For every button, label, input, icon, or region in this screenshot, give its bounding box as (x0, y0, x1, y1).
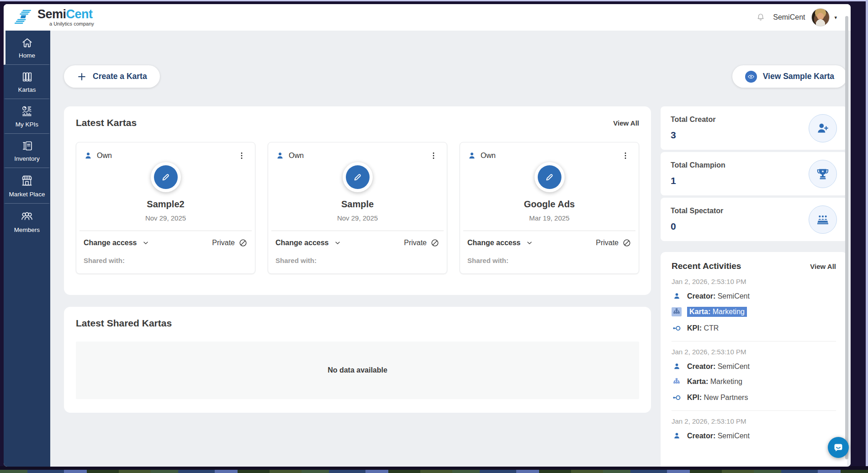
app-window: SemiCent a Unilytics company SemiCent ▾ (4, 4, 851, 467)
karta-card-google-ads[interactable]: Own (460, 142, 639, 274)
divider (672, 341, 836, 342)
chevron-down-icon (334, 239, 341, 247)
kpis-icon (6, 105, 48, 118)
latest-shared-kartas-panel: Latest Shared Kartas No data available (64, 307, 651, 413)
desktop-edge-top (0, 0, 868, 1)
stat-card-total-creator: Total Creator 3 (661, 106, 847, 150)
creator-value: SemiCent (718, 432, 750, 440)
sidebar-label-my-kpis: My KPIs (6, 121, 48, 128)
karta-value: Marketing (713, 308, 745, 315)
karta-label: Karta: (689, 308, 710, 315)
members-icon (6, 210, 48, 223)
notifications-bell-icon[interactable] (755, 11, 767, 23)
header-right-cluster: SemiCent ▾ (755, 8, 837, 26)
activity-creator-row: Creator: SemiCent (672, 362, 836, 371)
desktop-edge-right (866, 0, 868, 473)
activity-timestamp: Jan 2, 2026, 2:53:10 PM (672, 417, 836, 425)
sidebar-item-home[interactable]: Home (4, 31, 50, 65)
activity-creator-row: Creator: SemiCent (672, 431, 836, 440)
sidebar-item-inventory[interactable]: Inventory (4, 134, 50, 168)
edit-badge[interactable] (343, 162, 373, 192)
toolbar: Create a Karta View Sample Karta (64, 65, 847, 88)
kpi-value: New Partners (704, 394, 748, 401)
stat-card-total-champion: Total Champion 1 (661, 152, 847, 195)
chevron-down-icon (142, 239, 149, 247)
karta-value: Marketing (710, 378, 742, 385)
person-icon (672, 362, 682, 371)
karta-title: Sample (275, 199, 439, 210)
user-avatar[interactable] (811, 8, 830, 26)
chat-launcher-button[interactable] (828, 437, 849, 458)
sidebar-item-members[interactable]: Members (4, 204, 50, 239)
creator-label: Creator: (687, 432, 715, 440)
privacy-label: Private (404, 239, 427, 247)
vertical-scrollbar[interactable] (845, 16, 848, 459)
recent-activities-panel: Recent Activities View All Jan 2, 2026, … (661, 252, 847, 467)
kartas-icon (6, 71, 48, 83)
recent-activities-title: Recent Activities (672, 261, 741, 271)
owner-label: Own (289, 152, 304, 160)
activity-entry: Jan 2, 2026, 2:53:10 PM Creator: SemiCen… (672, 278, 836, 342)
stat-label: Total Spectator (671, 207, 723, 215)
semicent-logo-icon (14, 8, 34, 26)
activity-entry: Jan 2, 2026, 2:53:10 PM Creator: SemiCen… (672, 417, 836, 440)
divider (672, 410, 836, 411)
kebab-menu-icon[interactable] (619, 150, 631, 162)
change-access-dropdown[interactable]: Change access (275, 239, 341, 247)
karta-date: Nov 29, 2025 (275, 214, 439, 222)
chat-bubble-icon (833, 442, 844, 453)
highlighted-karta-text: Karta: Marketing (687, 307, 747, 317)
account-name: SemiCent (773, 13, 805, 21)
kebab-menu-icon[interactable] (428, 150, 439, 162)
shared-with-label: Shared with: (84, 257, 248, 264)
account-menu-caret-icon[interactable]: ▾ (834, 15, 837, 21)
brand-tagline: a Unilytics company (49, 21, 94, 26)
inventory-icon (6, 140, 48, 152)
view-sample-karta-label: View Sample Karta (763, 72, 834, 81)
kpi-label: KPI: (687, 394, 702, 401)
view-sample-karta-button[interactable]: View Sample Karta (732, 65, 847, 88)
app-header: SemiCent a Unilytics company SemiCent ▾ (4, 4, 851, 31)
sidebar-label-members: Members (6, 226, 48, 233)
main-content: Create a Karta View Sample Karta (50, 31, 851, 467)
pencil-icon (154, 165, 178, 189)
karta-card-sample2[interactable]: Own (76, 142, 255, 274)
change-access-label: Change access (275, 239, 329, 247)
create-karta-button[interactable]: Create a Karta (64, 65, 160, 88)
person-icon (275, 151, 285, 160)
karta-card-sample[interactable]: Own (268, 142, 447, 274)
activity-entry: Jan 2, 2026, 2:53:10 PM Creator: SemiCen… (672, 348, 836, 411)
create-karta-label: Create a Karta (93, 72, 147, 81)
edit-badge[interactable] (535, 162, 565, 192)
stat-value: 0 (671, 221, 723, 232)
pencil-icon (538, 165, 561, 189)
owner-badge: Own (467, 151, 496, 160)
sitemap-icon (672, 307, 682, 316)
activity-creator-row: Creator: SemiCent (672, 292, 836, 300)
sidebar-item-kartas[interactable]: Kartas (4, 65, 50, 99)
latest-kartas-title: Latest Kartas (76, 117, 137, 128)
person-icon (672, 431, 682, 440)
privacy-status-badge: Private (596, 238, 631, 247)
divider (463, 231, 635, 231)
change-access-dropdown[interactable]: Change access (84, 239, 149, 247)
brand-name: SemiCent (37, 8, 94, 21)
left-column: Latest Kartas View All (64, 106, 651, 413)
divider (79, 231, 252, 231)
sidebar-item-market-place[interactable]: Market Place (4, 168, 50, 204)
change-access-dropdown[interactable]: Change access (467, 239, 533, 247)
latest-kartas-view-all-link[interactable]: View All (613, 119, 639, 127)
kebab-menu-icon[interactable] (236, 150, 248, 162)
shared-with-label: Shared with: (275, 257, 439, 264)
activity-karta-row: Karta: Marketing (672, 377, 836, 386)
owner-label: Own (97, 152, 112, 160)
audience-icon (809, 205, 837, 234)
sitemap-icon (672, 377, 682, 386)
owner-label: Own (481, 152, 496, 160)
edit-badge[interactable] (151, 162, 181, 192)
sidebar-item-my-kpis[interactable]: My KPIs (4, 99, 50, 134)
privacy-label: Private (596, 239, 619, 247)
brand-logo[interactable]: SemiCent a Unilytics company (14, 8, 94, 26)
person-icon (672, 292, 682, 300)
recent-activities-view-all-link[interactable]: View All (810, 263, 836, 270)
